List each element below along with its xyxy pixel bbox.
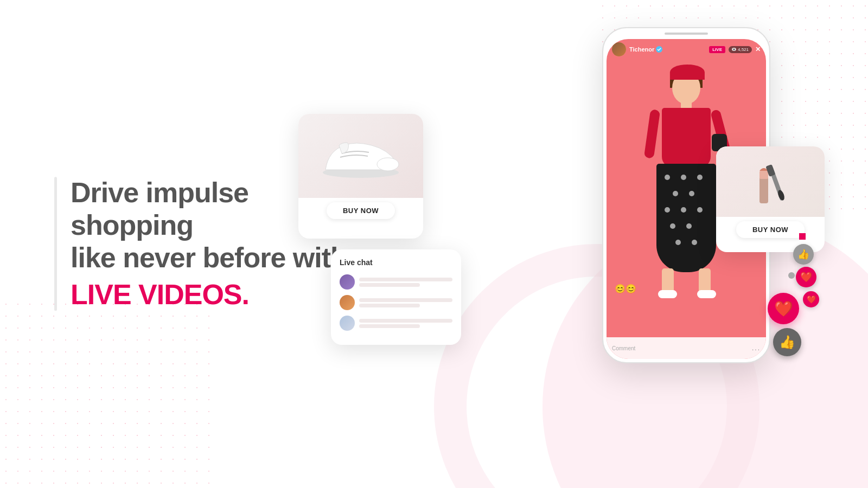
- buy-now-button-shoes[interactable]: BUY NOW: [327, 202, 395, 219]
- shoe-product-image: [298, 114, 423, 198]
- red-dot-1: [799, 233, 806, 240]
- comment-input[interactable]: Comment: [612, 345, 752, 351]
- chat-line-3b: [359, 324, 420, 328]
- chat-item-2: [340, 295, 452, 310]
- cosmetics-svg: [743, 155, 797, 209]
- svg-rect-4: [760, 176, 768, 203]
- buy-now-button-cosmetics[interactable]: BUY NOW: [736, 221, 805, 238]
- reaction-thumbup-large: 👍: [773, 328, 801, 356]
- chat-line-2a: [359, 298, 452, 302]
- live-chat-card: Live chat: [331, 249, 461, 345]
- live-badge: LIVE: [709, 46, 725, 53]
- screen-emoji: 😊😊: [615, 284, 636, 294]
- phone-avatar: [612, 42, 626, 56]
- reactions-area: 👍 ❤️ ❤️ 👍 ❤️: [768, 244, 816, 380]
- cosmetics-product-image: [716, 146, 825, 217]
- phone-notch: [665, 33, 708, 35]
- svg-rect-5: [760, 171, 768, 179]
- svg-point-1: [733, 49, 735, 50]
- phone-username: Tichenor: [629, 46, 654, 53]
- reaction-heart-large: ❤️: [768, 293, 799, 324]
- chat-item-1: [340, 274, 452, 290]
- avatar-image: [612, 42, 626, 56]
- skirt: [656, 164, 716, 272]
- close-btn[interactable]: ✕: [755, 46, 761, 53]
- verified-icon: [656, 46, 662, 53]
- dots-menu[interactable]: ...: [752, 344, 761, 352]
- chat-bubble-3: [359, 319, 452, 328]
- dot-pattern-bottom-left: [0, 298, 217, 488]
- headline-line2: like never before with: [71, 242, 369, 274]
- chat-avatar-3: [340, 316, 355, 331]
- live-chat-title: Live chat: [340, 258, 452, 267]
- sneaker-svg: [317, 134, 404, 178]
- phone-comment-area[interactable]: Comment ...: [607, 337, 766, 359]
- left-shoe: [658, 290, 677, 298]
- svg-point-3: [377, 158, 399, 171]
- chat-bubble-2: [359, 298, 452, 307]
- view-badge: 4,521: [729, 46, 752, 53]
- reaction-heart-small: ❤️: [796, 267, 816, 287]
- reaction-thumbup-small: 👍: [793, 244, 814, 265]
- chat-line-1a: [359, 278, 452, 281]
- chat-line-3a: [359, 319, 452, 323]
- headline-highlight-container: LIVE VIDEOS.: [71, 279, 369, 311]
- product-card-cosmetics: BUY NOW: [716, 146, 825, 252]
- chat-bubble-1: [359, 278, 452, 287]
- chat-item-3: [340, 316, 452, 331]
- chat-avatar-2: [340, 295, 355, 310]
- product-card-shoes: BUY NOW: [298, 114, 423, 239]
- chat-line-2b: [359, 304, 420, 307]
- grey-dot: [788, 272, 795, 279]
- reaction-heart-tiny: ❤️: [803, 291, 819, 307]
- shirt: [662, 108, 711, 168]
- left-arm: [644, 109, 660, 159]
- chat-avatar-1: [340, 274, 355, 290]
- right-shoe: [697, 290, 716, 298]
- left-border: [54, 177, 57, 311]
- phone-header: Tichenor LIVE 4,521 ✕: [607, 39, 766, 60]
- chat-line-1b: [359, 283, 420, 287]
- headline-highlight: LIVE VIDEOS.: [71, 279, 249, 311]
- hat: [670, 65, 705, 80]
